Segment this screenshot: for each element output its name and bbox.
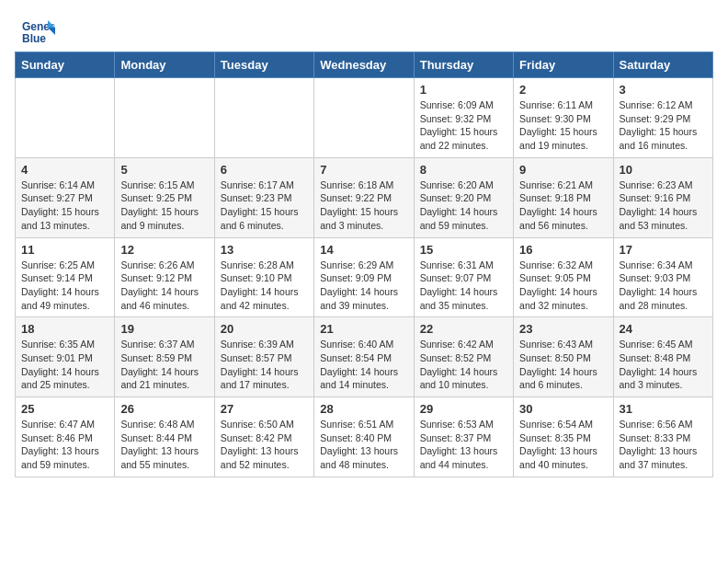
day-info: Sunrise: 6:53 AMSunset: 8:37 PMDaylight:… [420, 418, 507, 472]
calendar-table: SundayMondayTuesdayWednesdayThursdayFrid… [15, 52, 713, 477]
calendar-cell: 3Sunrise: 6:12 AMSunset: 9:29 PMDaylight… [613, 78, 712, 158]
day-number: 30 [519, 402, 607, 416]
day-number: 10 [620, 163, 707, 177]
day-info: Sunrise: 6:56 AMSunset: 8:33 PMDaylight:… [620, 418, 707, 472]
calendar-cell: 12Sunrise: 6:26 AMSunset: 9:12 PMDayligh… [115, 237, 214, 317]
calendar-cell: 29Sunrise: 6:53 AMSunset: 8:37 PMDayligh… [414, 397, 513, 477]
day-info: Sunrise: 6:26 AMSunset: 9:12 PMDaylight:… [120, 259, 208, 313]
calendar-cell: 23Sunrise: 6:43 AMSunset: 8:50 PMDayligh… [514, 317, 613, 397]
weekday-header-monday: Monday [115, 52, 214, 78]
svg-text:Blue: Blue [22, 32, 46, 44]
day-info: Sunrise: 6:32 AMSunset: 9:05 PMDaylight:… [519, 259, 607, 313]
day-info: Sunrise: 6:34 AMSunset: 9:03 PMDaylight:… [620, 259, 707, 313]
day-number: 2 [519, 83, 607, 97]
day-info: Sunrise: 6:54 AMSunset: 8:35 PMDaylight:… [519, 418, 607, 472]
day-number: 23 [519, 322, 607, 336]
day-info: Sunrise: 6:37 AMSunset: 8:59 PMDaylight:… [120, 338, 208, 392]
calendar-cell: 15Sunrise: 6:31 AMSunset: 9:07 PMDayligh… [414, 237, 513, 317]
day-number: 17 [620, 243, 707, 257]
calendar-cell: 28Sunrise: 6:51 AMSunset: 8:40 PMDayligh… [314, 397, 414, 477]
calendar-cell [314, 78, 414, 158]
day-number: 31 [620, 402, 707, 416]
weekday-header-row: SundayMondayTuesdayWednesdayThursdayFrid… [16, 52, 713, 78]
day-number: 27 [221, 402, 308, 416]
calendar-week-row: 4Sunrise: 6:14 AMSunset: 9:27 PMDaylight… [16, 157, 713, 237]
day-info: Sunrise: 6:47 AMSunset: 8:46 PMDaylight:… [21, 418, 108, 472]
weekday-header-sunday: Sunday [16, 52, 115, 78]
calendar-cell: 22Sunrise: 6:42 AMSunset: 8:52 PMDayligh… [414, 317, 513, 397]
calendar-week-row: 11Sunrise: 6:25 AMSunset: 9:14 PMDayligh… [16, 237, 713, 317]
calendar-week-row: 1Sunrise: 6:09 AMSunset: 9:32 PMDaylight… [16, 78, 713, 158]
day-number: 21 [320, 322, 407, 336]
calendar-cell [16, 78, 115, 158]
calendar-cell: 30Sunrise: 6:54 AMSunset: 8:35 PMDayligh… [514, 397, 613, 477]
day-info: Sunrise: 6:51 AMSunset: 8:40 PMDaylight:… [320, 418, 407, 472]
day-info: Sunrise: 6:45 AMSunset: 8:48 PMDaylight:… [620, 338, 707, 392]
day-info: Sunrise: 6:43 AMSunset: 8:50 PMDaylight:… [519, 338, 607, 392]
day-number: 25 [21, 402, 108, 416]
calendar-body: 1Sunrise: 6:09 AMSunset: 9:32 PMDaylight… [16, 78, 713, 477]
calendar-cell: 1Sunrise: 6:09 AMSunset: 9:32 PMDaylight… [414, 78, 513, 158]
day-info: Sunrise: 6:31 AMSunset: 9:07 PMDaylight:… [420, 259, 507, 313]
day-number: 19 [120, 322, 208, 336]
calendar-cell [214, 78, 313, 158]
weekday-header-saturday: Saturday [613, 52, 712, 78]
day-info: Sunrise: 6:20 AMSunset: 9:20 PMDaylight:… [420, 178, 507, 233]
day-number: 3 [620, 83, 707, 97]
day-info: Sunrise: 6:39 AMSunset: 8:57 PMDaylight:… [221, 338, 308, 392]
day-info: Sunrise: 6:15 AMSunset: 9:25 PMDaylight:… [120, 178, 208, 233]
calendar-cell: 16Sunrise: 6:32 AMSunset: 9:05 PMDayligh… [514, 237, 613, 317]
weekday-header-tuesday: Tuesday [214, 52, 313, 78]
calendar-cell: 17Sunrise: 6:34 AMSunset: 9:03 PMDayligh… [613, 237, 712, 317]
day-info: Sunrise: 6:14 AMSunset: 9:27 PMDaylight:… [21, 178, 108, 233]
calendar-cell: 6Sunrise: 6:17 AMSunset: 9:23 PMDaylight… [214, 157, 313, 237]
day-info: Sunrise: 6:25 AMSunset: 9:14 PMDaylight:… [21, 259, 108, 313]
day-number: 11 [21, 243, 108, 257]
day-info: Sunrise: 6:18 AMSunset: 9:22 PMDaylight:… [320, 178, 407, 233]
calendar-week-row: 25Sunrise: 6:47 AMSunset: 8:46 PMDayligh… [16, 397, 713, 477]
day-number: 1 [420, 83, 507, 97]
calendar-cell: 9Sunrise: 6:21 AMSunset: 9:18 PMDaylight… [514, 157, 613, 237]
day-info: Sunrise: 6:35 AMSunset: 9:01 PMDaylight:… [21, 338, 108, 392]
day-number: 28 [320, 402, 407, 416]
day-info: Sunrise: 6:40 AMSunset: 8:54 PMDaylight:… [320, 338, 407, 392]
calendar-cell: 11Sunrise: 6:25 AMSunset: 9:14 PMDayligh… [16, 237, 115, 317]
weekday-header-wednesday: Wednesday [314, 52, 414, 78]
calendar-cell: 10Sunrise: 6:23 AMSunset: 9:16 PMDayligh… [613, 157, 712, 237]
calendar-header: SundayMondayTuesdayWednesdayThursdayFrid… [16, 52, 713, 78]
logo-icon: General Blue [22, 18, 55, 44]
calendar-cell: 26Sunrise: 6:48 AMSunset: 8:44 PMDayligh… [115, 397, 214, 477]
day-info: Sunrise: 6:28 AMSunset: 9:10 PMDaylight:… [221, 259, 308, 313]
day-number: 29 [420, 402, 507, 416]
day-number: 16 [519, 243, 607, 257]
day-info: Sunrise: 6:17 AMSunset: 9:23 PMDaylight:… [221, 178, 308, 233]
calendar-wrapper: SundayMondayTuesdayWednesdayThursdayFrid… [0, 52, 728, 487]
day-info: Sunrise: 6:29 AMSunset: 9:09 PMDaylight:… [320, 259, 407, 313]
day-number: 8 [420, 163, 507, 177]
calendar-cell: 24Sunrise: 6:45 AMSunset: 8:48 PMDayligh… [613, 317, 712, 397]
day-number: 22 [420, 322, 507, 336]
day-number: 20 [221, 322, 308, 336]
page-header: General Blue [0, 0, 728, 52]
day-number: 26 [120, 402, 208, 416]
day-number: 24 [620, 322, 707, 336]
day-info: Sunrise: 6:11 AMSunset: 9:30 PMDaylight:… [519, 98, 607, 153]
calendar-cell: 31Sunrise: 6:56 AMSunset: 8:33 PMDayligh… [613, 397, 712, 477]
day-number: 13 [221, 243, 308, 257]
calendar-cell: 14Sunrise: 6:29 AMSunset: 9:09 PMDayligh… [314, 237, 414, 317]
day-number: 4 [21, 163, 108, 177]
day-number: 9 [519, 163, 607, 177]
calendar-cell: 18Sunrise: 6:35 AMSunset: 9:01 PMDayligh… [16, 317, 115, 397]
calendar-cell: 20Sunrise: 6:39 AMSunset: 8:57 PMDayligh… [214, 317, 313, 397]
day-number: 18 [21, 322, 108, 336]
calendar-cell: 8Sunrise: 6:20 AMSunset: 9:20 PMDaylight… [414, 157, 513, 237]
day-info: Sunrise: 6:21 AMSunset: 9:18 PMDaylight:… [519, 178, 607, 233]
calendar-cell: 19Sunrise: 6:37 AMSunset: 8:59 PMDayligh… [115, 317, 214, 397]
day-info: Sunrise: 6:42 AMSunset: 8:52 PMDaylight:… [420, 338, 507, 392]
calendar-cell: 7Sunrise: 6:18 AMSunset: 9:22 PMDaylight… [314, 157, 414, 237]
day-info: Sunrise: 6:50 AMSunset: 8:42 PMDaylight:… [221, 418, 308, 472]
calendar-week-row: 18Sunrise: 6:35 AMSunset: 9:01 PMDayligh… [16, 317, 713, 397]
weekday-header-friday: Friday [514, 52, 613, 78]
calendar-cell: 2Sunrise: 6:11 AMSunset: 9:30 PMDaylight… [514, 78, 613, 158]
day-number: 6 [221, 163, 308, 177]
